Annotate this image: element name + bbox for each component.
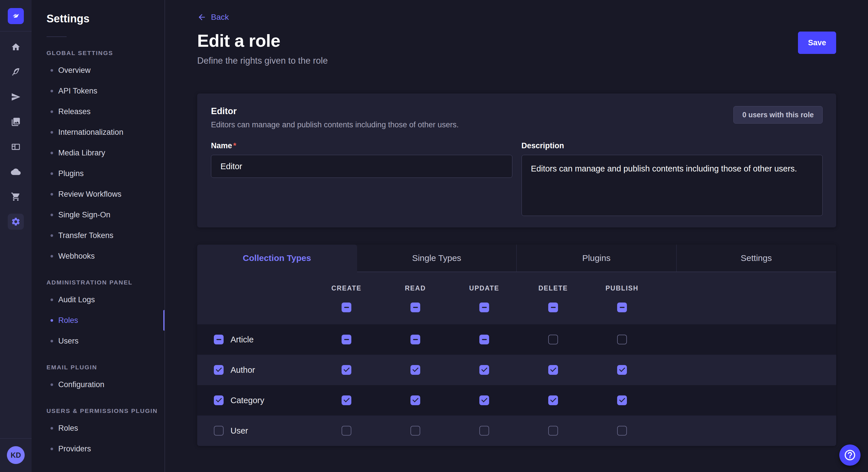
category-create-checkbox[interactable] bbox=[342, 396, 351, 405]
feather-icon[interactable] bbox=[8, 64, 24, 80]
sidebar-title: Settings bbox=[46, 12, 164, 25]
bullet-icon bbox=[51, 340, 53, 342]
article-publish-checkbox[interactable] bbox=[617, 335, 627, 344]
permission-cell bbox=[588, 396, 656, 405]
sidebar-section-administration-panel: ADMINISTRATION PANELAudit LogsRolesUsers bbox=[32, 279, 164, 351]
row-checkbox-author[interactable] bbox=[214, 365, 224, 375]
column-label: CREATE bbox=[332, 284, 362, 292]
role-fields: Name* Description Editors can manage and… bbox=[211, 141, 823, 216]
user-update-checkbox[interactable] bbox=[479, 426, 489, 436]
article-update-checkbox[interactable] bbox=[479, 335, 489, 344]
sidebar-item-webhooks[interactable]: Webhooks bbox=[32, 246, 164, 266]
tab-plugins[interactable]: Plugins bbox=[517, 245, 677, 272]
tab-collection-types[interactable]: Collection Types bbox=[197, 245, 357, 272]
sidebar-section-label: GLOBAL SETTINGS bbox=[46, 49, 164, 57]
sidebar-item-single-sign-on[interactable]: Single Sign-On bbox=[32, 204, 164, 225]
sidebar-title-divider bbox=[46, 36, 67, 37]
sidebar-item-transfer-tokens[interactable]: Transfer Tokens bbox=[32, 225, 164, 246]
permissions-table-header: CREATEREADUPDATEDELETEPUBLISH bbox=[197, 272, 836, 324]
select-all-update-checkbox[interactable] bbox=[479, 303, 489, 312]
cart-icon[interactable] bbox=[8, 189, 24, 205]
row-checkbox-category[interactable] bbox=[214, 396, 224, 405]
category-update-checkbox[interactable] bbox=[479, 396, 489, 405]
page-header: Edit a role Define the rights given to t… bbox=[197, 32, 836, 66]
sidebar-item-providers[interactable]: Providers bbox=[32, 438, 164, 459]
bullet-icon bbox=[51, 448, 53, 450]
sidebar-section-label: EMAIL PLUGIN bbox=[46, 364, 164, 371]
category-publish-checkbox[interactable] bbox=[617, 396, 627, 405]
select-all-read-checkbox[interactable] bbox=[410, 303, 420, 312]
sidebar-item-audit-logs[interactable]: Audit Logs bbox=[32, 289, 164, 310]
author-read-checkbox[interactable] bbox=[410, 365, 420, 375]
permission-cell bbox=[588, 335, 656, 344]
category-read-checkbox[interactable] bbox=[410, 396, 420, 405]
column-label: UPDATE bbox=[469, 284, 499, 292]
images-icon[interactable] bbox=[8, 114, 24, 130]
sidebar-item-internationalization[interactable]: Internationalization bbox=[32, 122, 164, 142]
user-create-checkbox[interactable] bbox=[342, 426, 351, 436]
avatar[interactable]: KD bbox=[7, 446, 25, 464]
sidebar-item-plugins[interactable]: Plugins bbox=[32, 163, 164, 184]
bullet-icon bbox=[51, 383, 53, 386]
article-read-checkbox[interactable] bbox=[410, 335, 420, 344]
bullet-icon bbox=[51, 255, 53, 258]
user-publish-checkbox[interactable] bbox=[617, 426, 627, 436]
select-all-publish-checkbox[interactable] bbox=[617, 303, 627, 312]
sidebar-item-label: Configuration bbox=[58, 380, 104, 389]
sidebar-item-label: Webhooks bbox=[58, 252, 95, 261]
bullet-icon bbox=[51, 172, 53, 175]
tab-single-types[interactable]: Single Types bbox=[357, 245, 517, 272]
back-link[interactable]: Back bbox=[197, 12, 229, 22]
name-label: Name* bbox=[211, 141, 236, 150]
permission-cell bbox=[588, 365, 656, 375]
paper-plane-icon[interactable] bbox=[8, 89, 24, 105]
permission-cell bbox=[450, 396, 519, 405]
select-all-create-checkbox[interactable] bbox=[342, 303, 351, 312]
save-button[interactable]: Save bbox=[798, 32, 836, 54]
author-publish-checkbox[interactable] bbox=[617, 365, 627, 375]
sidebar-item-media-library[interactable]: Media Library bbox=[32, 142, 164, 163]
sidebar-item-overview[interactable]: Overview bbox=[32, 60, 164, 80]
layout-icon[interactable] bbox=[8, 139, 24, 155]
article-delete-checkbox[interactable] bbox=[548, 335, 558, 344]
nav-rail-bottom: KD bbox=[0, 438, 32, 472]
role-details-card: Editor Editors can manage and publish co… bbox=[197, 94, 836, 227]
gear-icon[interactable] bbox=[8, 214, 24, 230]
users-with-role-badge[interactable]: 0 users with this role bbox=[733, 106, 823, 124]
strapi-logo[interactable] bbox=[8, 8, 24, 24]
help-button[interactable] bbox=[839, 444, 861, 466]
sidebar-item-label: Roles bbox=[58, 424, 78, 433]
page-subtitle: Define the rights given to the role bbox=[197, 56, 328, 66]
row-checkbox-article[interactable] bbox=[214, 335, 224, 344]
article-create-checkbox[interactable] bbox=[342, 335, 351, 344]
user-delete-checkbox[interactable] bbox=[548, 426, 558, 436]
sidebar-item-api-tokens[interactable]: API Tokens bbox=[32, 80, 164, 101]
sidebar-item-users[interactable]: Users bbox=[32, 331, 164, 351]
sidebar-item-releases[interactable]: Releases bbox=[32, 101, 164, 122]
author-update-checkbox[interactable] bbox=[479, 365, 489, 375]
name-field-group: Name* bbox=[211, 141, 513, 216]
sidebar-sections: GLOBAL SETTINGSOverviewAPI TokensRelease… bbox=[32, 49, 164, 459]
tab-settings[interactable]: Settings bbox=[677, 245, 836, 272]
permission-cell bbox=[312, 426, 381, 436]
sidebar-section-items: Audit LogsRolesUsers bbox=[32, 289, 164, 351]
sidebar-item-label: API Tokens bbox=[58, 87, 97, 96]
author-delete-checkbox[interactable] bbox=[548, 365, 558, 375]
author-create-checkbox[interactable] bbox=[342, 365, 351, 375]
home-icon[interactable] bbox=[8, 39, 24, 55]
sidebar-item-roles[interactable]: Roles bbox=[32, 310, 164, 331]
category-delete-checkbox[interactable] bbox=[548, 396, 558, 405]
user-read-checkbox[interactable] bbox=[410, 426, 420, 436]
select-all-delete-checkbox[interactable] bbox=[548, 303, 558, 312]
required-mark: * bbox=[234, 141, 237, 150]
back-label: Back bbox=[211, 12, 229, 22]
sidebar-item-roles[interactable]: Roles bbox=[32, 418, 164, 438]
sidebar-item-configuration[interactable]: Configuration bbox=[32, 374, 164, 395]
cloud-icon[interactable] bbox=[8, 164, 24, 180]
main-content: Back Edit a role Define the rights given… bbox=[165, 0, 868, 472]
sidebar-item-review-workflows[interactable]: Review Workflows bbox=[32, 184, 164, 204]
row-label: Category bbox=[230, 396, 265, 405]
name-input[interactable] bbox=[211, 155, 513, 178]
row-checkbox-user[interactable] bbox=[214, 426, 224, 436]
description-textarea[interactable]: Editors can manage and publish contents … bbox=[522, 155, 823, 216]
